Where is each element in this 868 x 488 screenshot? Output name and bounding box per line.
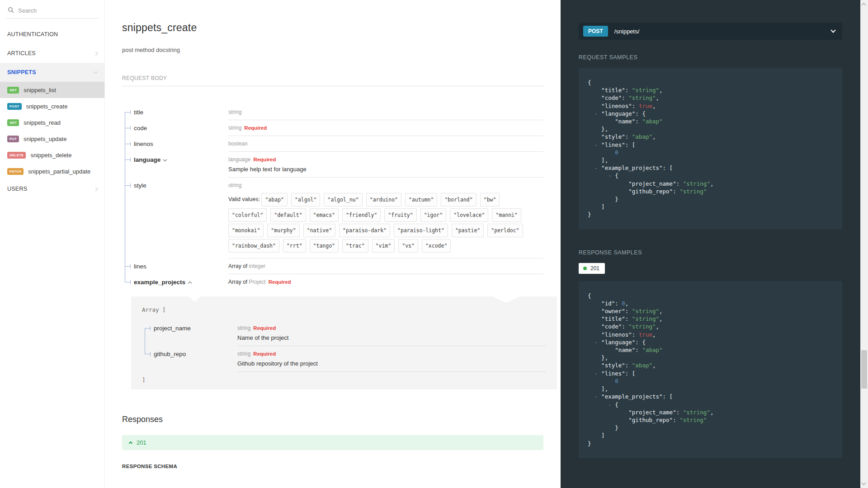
param-name: title: [134, 109, 143, 116]
sidebar-item-snippets_partial_update[interactable]: PATCHsnippets_partial_update: [0, 163, 104, 179]
valid-value-chip: "bw": [480, 193, 500, 206]
type-prefix: Array of: [228, 279, 249, 285]
sidebar-item-users[interactable]: USERS: [0, 179, 104, 198]
valid-value-chip: "trac": [342, 239, 368, 253]
param-row-lines: lines Array of integer: [122, 258, 543, 274]
required-badge: Required: [244, 125, 267, 131]
valid-value-chip: "paraiso-light": [394, 224, 448, 237]
param-name: project_name: [154, 325, 191, 332]
sidebar: AUTHENTICATION ARTICLES SNIPPETS GETsnip…: [0, 0, 105, 488]
sidebar-item-label: snippets_read: [24, 119, 61, 126]
get-method-badge: GET: [7, 119, 19, 126]
response-sample-code: { "id": 0, "owner": "string", "title": "…: [579, 281, 842, 458]
valid-value-chip: "vim": [372, 239, 395, 253]
request-sample-code: { "title": "string", "code": "string", "…: [579, 68, 842, 230]
param-type: string: [237, 325, 250, 331]
main-content: snippets_create post method docstring RE…: [105, 0, 561, 488]
valid-value-chip: "rainbow_dash": [228, 239, 279, 253]
response-schema-label: RESPONSE SCHEMA: [122, 464, 543, 469]
valid-value-chip: "algol_nu": [324, 193, 362, 206]
sidebar-item-snippets[interactable]: SNIPPETS: [0, 63, 104, 82]
sidebar-item-snippets_update[interactable]: PUTsnippets_update: [0, 131, 104, 147]
param-type: language: [228, 156, 250, 163]
sidebar-item-authentication[interactable]: AUTHENTICATION: [0, 25, 104, 44]
param-row-id: id integer id serializer help text: [122, 483, 543, 488]
scroll-down-arrow-icon[interactable]: [862, 481, 866, 485]
param-row-linenos: linenos boolean: [122, 136, 543, 152]
patch-method-badge: PATCH: [7, 168, 24, 175]
param-row-example-projects: example_projects Array of ProjectRequire…: [122, 274, 543, 290]
valid-value-chip: "arduino": [366, 193, 401, 206]
box-notch: [189, 296, 201, 302]
valid-values-label: Valid values:: [228, 196, 260, 202]
valid-value-chip: "monokai": [228, 224, 264, 237]
sidebar-item-articles[interactable]: ARTICLES: [0, 44, 104, 63]
sidebar-item-label: snippets_list: [24, 87, 56, 94]
valid-value-chip: "manni": [492, 208, 521, 222]
chevron-right-icon: [94, 187, 98, 191]
param-row-language: language languageRequired Sample help te…: [122, 152, 543, 178]
sidebar-item-snippets_create[interactable]: POSTsnippets_create: [0, 98, 104, 114]
response-201-collapse-bar[interactable]: 201: [122, 435, 543, 450]
valid-value-chip: "autumn": [405, 193, 437, 206]
sidebar-item-snippets_read[interactable]: GETsnippets_read: [0, 114, 104, 131]
param-name: language: [134, 156, 160, 163]
operation-selector[interactable]: POST /snippets/: [579, 23, 842, 40]
request-body-label: REQUEST BODY: [122, 75, 543, 86]
valid-value-chip: "igor": [420, 208, 447, 222]
search-input[interactable]: [6, 5, 98, 19]
valid-value-chip: "emacs": [310, 208, 339, 222]
section-label: ARTICLES: [7, 50, 36, 56]
chevron-right-icon: [94, 51, 98, 56]
param-row-project-name: project_name stringRequired Name of the …: [142, 320, 546, 346]
valid-value-chip: "perldoc": [487, 224, 523, 237]
delete-method-badge: DELETE: [7, 152, 26, 159]
put-method-badge: PUT: [7, 136, 19, 142]
scrollbar-thumb[interactable]: [861, 350, 867, 389]
valid-value-chip: "fruity": [384, 208, 416, 222]
section-label: USERS: [7, 186, 27, 192]
param-name: code: [134, 125, 147, 131]
request-body-params: title string code stringRequired linenos…: [122, 104, 543, 290]
param-row-style: style string Valid values: "abap""algol"…: [122, 178, 543, 258]
valid-value-chip: "friendly": [342, 208, 381, 222]
valid-values: Valid values: "abap""algol""algol_nu""ar…: [228, 192, 543, 253]
valid-value-chip: "pastie": [452, 224, 484, 237]
response-samples-label: RESPONSE SAMPLES: [579, 249, 842, 256]
chevron-down-icon: [830, 28, 835, 33]
sidebar-item-snippets_list[interactable]: GETsnippets_list: [0, 82, 104, 98]
post-method-badge: POST: [583, 26, 608, 37]
response-tab-label: 201: [590, 265, 599, 272]
array-item-params: project_name stringRequired Name of the …: [142, 320, 546, 372]
param-name: github_repo: [154, 351, 186, 357]
chevron-down-icon: [94, 69, 98, 74]
valid-value-chip: "paraiso-dark": [339, 224, 390, 237]
param-row-title: title string: [122, 104, 543, 120]
sidebar-item-label: snippets_create: [26, 103, 68, 110]
operation-description: post method docstring: [122, 47, 543, 53]
valid-value-chip: "colorful": [228, 208, 267, 222]
responses-heading: Responses: [122, 415, 543, 424]
operation-path: /snippets/: [614, 28, 831, 35]
valid-value-chip: "abap": [261, 193, 288, 206]
response-status: 201: [137, 439, 146, 446]
search-box: [6, 5, 98, 19]
chevron-up-icon: [129, 441, 132, 445]
valid-value-chip: "default": [270, 208, 306, 222]
page-scrollbar[interactable]: [860, 0, 868, 488]
param-help: Sample help text for language: [228, 166, 543, 173]
expandable-param-example-projects[interactable]: example_projects: [122, 274, 228, 290]
valid-value-chip: "borland": [441, 193, 476, 206]
expandable-param-language[interactable]: language: [122, 152, 228, 178]
valid-value-chip: "murphy": [267, 224, 299, 237]
status-dot-icon: [583, 267, 587, 270]
param-name: example_projects: [134, 279, 185, 286]
sidebar-item-snippets_delete[interactable]: DELETEsnippets_delete: [0, 147, 104, 163]
scroll-up-arrow-icon[interactable]: [862, 3, 866, 8]
array-open-bracket: Array [: [142, 306, 546, 313]
response-sample-tab-201[interactable]: 201: [579, 263, 605, 274]
required-badge: Required: [253, 157, 276, 162]
valid-value-chip: "vs": [398, 239, 418, 253]
param-type: integer: [249, 263, 265, 269]
sidebar-item-label: snippets_delete: [30, 152, 71, 159]
